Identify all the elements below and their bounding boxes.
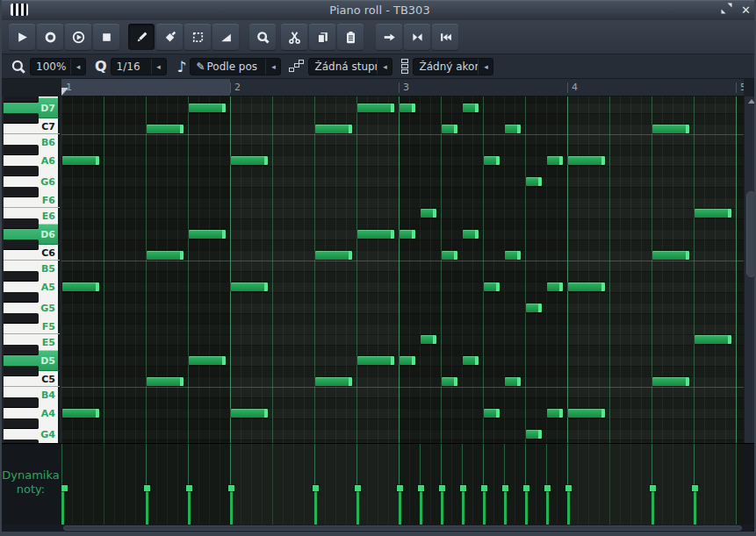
note-C7[interactable] xyxy=(652,125,689,133)
note-A4[interactable] xyxy=(231,409,268,418)
piano-key-F#5[interactable] xyxy=(4,313,39,324)
note-A4[interactable] xyxy=(568,409,605,418)
velocity-bar[interactable] xyxy=(230,491,233,525)
delete-button[interactable] xyxy=(156,24,183,50)
note-A4[interactable] xyxy=(62,409,99,418)
velocity-bar[interactable] xyxy=(146,491,148,525)
velocity-handle[interactable] xyxy=(397,485,403,491)
key-label-E6[interactable]: E6 xyxy=(42,208,55,224)
chord-select[interactable]: Žádný akord ◂ xyxy=(413,58,493,75)
horizontal-scrollbar-thumb[interactable] xyxy=(63,525,742,531)
shift-button[interactable] xyxy=(376,24,402,50)
note-A5[interactable] xyxy=(231,282,268,291)
velocity-bar[interactable] xyxy=(546,491,549,525)
velocity-handle[interactable] xyxy=(61,485,68,491)
note-E6[interactable] xyxy=(695,209,731,218)
note-A4[interactable] xyxy=(547,409,563,418)
note-D6[interactable] xyxy=(189,230,226,239)
key-label-B6[interactable]: B6 xyxy=(41,134,55,150)
key-label-E5[interactable]: E5 xyxy=(42,334,55,350)
velocity-handle[interactable] xyxy=(355,485,361,491)
velocity-handle[interactable] xyxy=(418,485,424,491)
piano-key-C#7[interactable] xyxy=(4,113,39,124)
velocity-handle[interactable] xyxy=(228,485,234,491)
note-C5[interactable] xyxy=(315,377,352,386)
zoom-button[interactable] xyxy=(249,24,276,50)
velocity-bar[interactable] xyxy=(652,491,654,525)
note-D7[interactable] xyxy=(463,104,479,112)
velocity-bar[interactable] xyxy=(525,491,528,525)
zoom-level-select[interactable]: 100% ◂ xyxy=(30,58,86,75)
snap-select[interactable]: 1/16 ◂ xyxy=(111,58,167,75)
velocity-handle[interactable] xyxy=(481,485,487,491)
note-D6[interactable] xyxy=(463,230,479,239)
record-button[interactable] xyxy=(37,24,63,50)
velocity-handle[interactable] xyxy=(650,485,656,491)
timeline-ruler[interactable]: 12345 xyxy=(61,79,744,96)
note-D5[interactable] xyxy=(189,356,226,365)
note-D6[interactable] xyxy=(400,230,415,239)
play-button[interactable] xyxy=(9,24,35,50)
piano-key-G#6[interactable] xyxy=(4,166,39,176)
note-A5[interactable] xyxy=(568,282,605,291)
note-A6[interactable] xyxy=(62,156,99,165)
key-label-F5[interactable]: F5 xyxy=(42,318,55,334)
note-grid[interactable] xyxy=(61,96,744,443)
piano-key-D#6[interactable] xyxy=(4,218,39,229)
velocity-handle[interactable] xyxy=(313,485,319,491)
note-E5[interactable] xyxy=(421,335,436,344)
note-E5[interactable] xyxy=(695,335,731,344)
draw-mode-select[interactable]: ✎Podle pos ◂ xyxy=(190,58,281,75)
key-label-G6[interactable]: G6 xyxy=(40,171,55,192)
note-A4[interactable] xyxy=(484,409,500,418)
note-C5[interactable] xyxy=(652,377,689,386)
note-A6[interactable] xyxy=(547,156,563,165)
note-C5[interactable] xyxy=(147,377,184,386)
velocity-bar[interactable] xyxy=(462,491,464,525)
note-D5[interactable] xyxy=(357,356,394,365)
velocity-bar[interactable] xyxy=(188,491,191,525)
note-C5[interactable] xyxy=(505,377,521,386)
stop-button[interactable] xyxy=(93,24,119,50)
chord-dropdown-arrow-icon[interactable]: ◂ xyxy=(478,59,493,75)
velocity-bar[interactable] xyxy=(420,491,422,525)
playhead-marker[interactable] xyxy=(61,88,68,96)
velocity-bar[interactable] xyxy=(483,491,486,525)
piano-key-D#5[interactable] xyxy=(4,345,39,355)
draw-button[interactable] xyxy=(128,24,155,50)
velocity-bar[interactable] xyxy=(694,491,696,525)
velocity-bar[interactable] xyxy=(504,491,507,525)
velocity-handle[interactable] xyxy=(439,485,445,491)
play-song-button[interactable] xyxy=(65,24,91,50)
piano-key-C#6[interactable] xyxy=(4,239,39,250)
key-label-C5[interactable]: C5 xyxy=(41,371,55,387)
piano-key-A#5[interactable] xyxy=(4,271,39,282)
key-label-D6[interactable]: D6 xyxy=(40,224,55,245)
scale-select[interactable]: Žádná stupn ◂ xyxy=(308,58,392,75)
select-button[interactable] xyxy=(184,24,211,50)
note-A6[interactable] xyxy=(484,156,500,165)
paste-button[interactable] xyxy=(337,24,364,50)
velocity-bar[interactable] xyxy=(399,491,401,525)
key-label-B5[interactable]: B5 xyxy=(41,261,55,276)
key-label-A6[interactable]: A6 xyxy=(41,150,55,171)
velocity-bar[interactable] xyxy=(567,491,570,525)
velocity-handle[interactable] xyxy=(186,485,192,491)
velocity-handle[interactable] xyxy=(692,485,698,491)
note-C7[interactable] xyxy=(442,125,457,133)
piano-key-G#5[interactable] xyxy=(4,292,39,303)
velocity-handle[interactable] xyxy=(502,485,508,491)
note-A5[interactable] xyxy=(62,282,99,291)
note-A6[interactable] xyxy=(568,156,605,165)
key-label-B4[interactable]: B4 xyxy=(41,387,55,403)
cut-button[interactable] xyxy=(281,24,307,50)
note-A6[interactable] xyxy=(231,156,268,165)
key-label-A5[interactable]: A5 xyxy=(41,276,55,297)
velocity-bar[interactable] xyxy=(61,491,64,525)
velocity-handle[interactable] xyxy=(144,485,150,491)
note-D7[interactable] xyxy=(357,104,394,112)
velocity-handle[interactable] xyxy=(565,485,572,491)
draw-mode-dropdown-arrow-icon[interactable]: ◂ xyxy=(265,59,280,75)
key-label-G5[interactable]: G5 xyxy=(40,297,55,318)
velocity-handle[interactable] xyxy=(523,485,529,491)
